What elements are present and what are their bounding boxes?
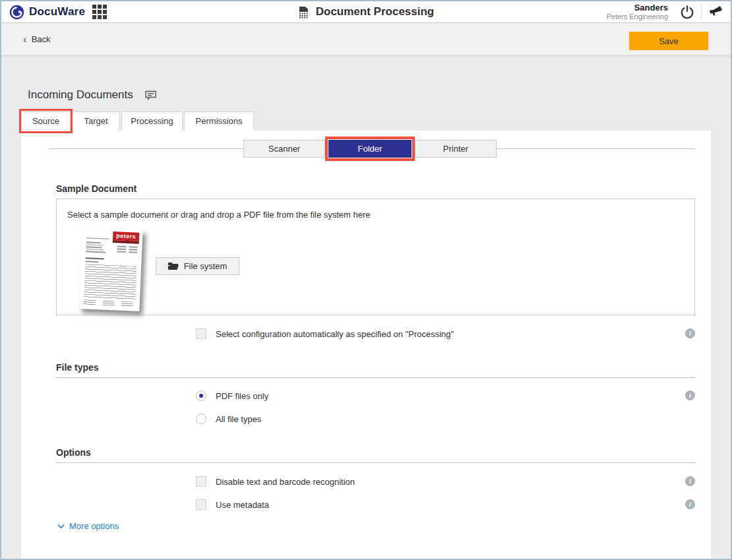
pdf-only-label: PDF files only [216,391,268,401]
comment-bubble-icon[interactable] [145,90,156,100]
sample-document-heading: Sample Document [56,183,137,194]
options-divider [56,462,695,463]
back-chevron-icon: ‹ [23,34,27,45]
more-options-link[interactable]: More options [57,521,119,531]
all-file-types-label: All file types [216,414,261,424]
user-organization: Peters Engineering [606,13,668,20]
info-icon-auto-config[interactable]: i [685,328,695,338]
announcements-megaphone-icon[interactable] [704,1,727,22]
auto-config-label: Select configuration automatically as sp… [216,329,454,339]
back-label: Back [32,34,51,44]
user-name: Sanders [606,3,668,13]
user-area: Sanders Peters Engineering [606,1,727,22]
use-metadata-checkbox[interactable] [196,499,206,510]
sample-document-dropzone[interactable]: Select a sample document or drag and dro… [56,199,695,315]
document-processing-icon [298,6,309,18]
annotation-box-folder-tab: Folder [325,137,415,161]
auto-config-row[interactable]: Select configuration automatically as sp… [196,328,454,339]
action-toolbar: ‹ Back Save [1,23,731,55]
app-title: Document Processing [316,5,435,18]
source-tab-panel: Scanner Folder Printer Sample Document S… [21,131,711,559]
file-types-heading: File types [56,362,99,373]
top-header-bar: DocuWare Document Processing Sanders [1,1,731,23]
thumbnail-table-lines [84,264,137,300]
back-button[interactable]: ‹ Back [23,23,51,55]
tab-processing[interactable]: Processing [121,111,183,131]
options-heading: Options [56,447,91,458]
thumbnail-logo-band [113,240,139,244]
info-icon-pdf-only[interactable]: i [685,390,695,400]
page-title: Incoming Documents [28,88,133,102]
dropzone-instruction: Select a sample document or drag and dro… [67,210,371,220]
main-tabs: Source Target Processing Permissions [21,111,254,131]
page-title-row: Incoming Documents [28,88,156,102]
subtab-printer[interactable]: Printer [415,140,497,158]
save-button[interactable]: Save [629,32,708,50]
file-type-all-row[interactable]: All file types [196,414,261,424]
auto-config-checkbox[interactable] [196,328,206,339]
info-icon-use-metadata[interactable]: i [685,499,695,509]
disable-recognition-label: Disable text and barcode recognition [216,477,355,487]
use-metadata-label: Use metadata [216,500,269,510]
logout-power-icon[interactable] [676,1,698,22]
file-type-pdf-row[interactable]: PDF files only [196,390,268,401]
all-file-types-radio[interactable] [196,414,206,424]
tab-source-label: Source [32,116,59,126]
pdf-only-radio[interactable] [196,390,206,401]
disable-recognition-row[interactable]: Disable text and barcode recognition [196,476,355,487]
sample-document-thumbnail[interactable]: peters [78,227,142,311]
file-types-divider [56,377,695,378]
folder-open-icon [168,262,179,270]
file-system-button[interactable]: File system [156,257,239,275]
user-menu[interactable]: Sanders Peters Engineering [606,3,668,20]
file-system-label: File system [184,261,228,271]
header-separator [701,3,702,20]
use-metadata-row[interactable]: Use metadata [196,499,269,510]
disable-recognition-checkbox[interactable] [196,476,206,487]
info-icon-disable-recognition[interactable]: i [685,476,695,486]
app-window: DocuWare Document Processing Sanders [0,0,732,560]
chevron-down-icon [57,524,65,529]
subtab-folder[interactable]: Folder [328,140,412,158]
subtab-scanner[interactable]: Scanner [243,140,325,158]
subtab-divider-left [49,148,243,149]
tab-permissions[interactable]: Permissions [184,111,254,131]
tab-source[interactable]: Source [21,111,71,131]
subtab-divider-right [497,148,695,149]
more-options-label: More options [69,521,119,531]
tab-target[interactable]: Target [72,111,120,131]
